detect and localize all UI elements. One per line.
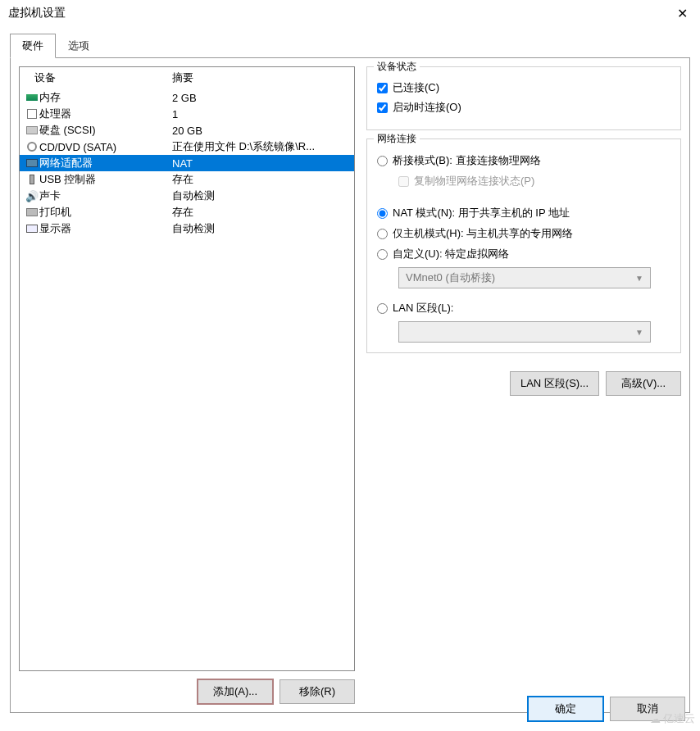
hardware-row[interactable]: CD/DVD (SATA)正在使用文件 D:\系统镜像\R... (20, 138, 354, 155)
add-button[interactable]: 添加(A)... (198, 679, 273, 704)
network-connection-group: 网络连接 桥接模式(B): 直接连接物理网络 复制物理网络连接状态(P) NAT… (366, 138, 681, 353)
device-name: 硬盘 (SCSI) (39, 123, 172, 138)
device-name: 内存 (39, 90, 172, 105)
cd-icon (25, 140, 39, 153)
bridged-radio[interactable]: 桥接模式(B): 直接连接物理网络 (377, 153, 670, 168)
disk-icon (25, 124, 39, 137)
device-name: 声卡 (39, 188, 172, 203)
hardware-row[interactable]: 处理器1 (20, 106, 354, 122)
close-icon[interactable]: ✕ (672, 6, 692, 21)
hardware-row[interactable]: 打印机存在 (20, 204, 354, 220)
hardware-row[interactable]: USB 控制器存在 (20, 171, 354, 188)
custom-radio[interactable]: 自定义(U): 特定虚拟网络 (377, 247, 670, 261)
lan-segment-radio[interactable]: LAN 区段(L): (377, 301, 670, 316)
hardware-row[interactable]: 显示器自动检测 (20, 220, 354, 237)
printer-icon (25, 206, 39, 219)
hardware-row[interactable]: 网络适配器NAT (20, 155, 354, 171)
device-summary: NAT (172, 157, 349, 170)
device-summary: 20 GB (172, 125, 349, 137)
advanced-button[interactable]: 高级(V)... (606, 371, 681, 396)
device-name: 处理器 (39, 107, 172, 121)
connected-checkbox[interactable]: 已连接(C) (377, 80, 670, 95)
device-summary: 存在 (172, 205, 349, 220)
hardware-row[interactable]: 硬盘 (SCSI)20 GB (20, 122, 354, 138)
header-summary: 摘要 (172, 70, 193, 85)
device-summary: 自动检测 (172, 188, 349, 203)
sound-icon: 🔊 (25, 189, 39, 202)
chevron-down-icon: ▼ (635, 274, 643, 283)
network-connection-title: 网络连接 (374, 132, 420, 146)
device-summary: 存在 (172, 172, 349, 187)
device-name: CD/DVD (SATA) (39, 141, 172, 153)
hardware-row[interactable]: 🔊声卡自动检测 (20, 188, 354, 204)
lan-segments-button[interactable]: LAN 区段(S)... (510, 371, 599, 396)
device-summary: 1 (172, 108, 349, 120)
device-summary: 2 GB (172, 92, 349, 104)
custom-network-select: VMnet0 (自动桥接) ▼ (398, 267, 651, 288)
device-summary: 正在使用文件 D:\系统镜像\R... (172, 139, 349, 154)
device-name: 显示器 (39, 221, 172, 236)
memory-icon (25, 91, 39, 104)
device-name: 网络适配器 (39, 156, 172, 170)
cpu-icon (25, 107, 39, 120)
cancel-button[interactable]: 取消 (610, 697, 685, 721)
display-icon (25, 222, 39, 235)
tab-options[interactable]: 选项 (56, 34, 102, 58)
hardware-list: 设备 摘要 内存2 GB处理器1硬盘 (SCSI)20 GBCD/DVD (SA… (19, 66, 355, 671)
device-name: USB 控制器 (39, 172, 172, 187)
device-status-group: 设备状态 已连接(C) 启动时连接(O) (366, 66, 681, 130)
hardware-row[interactable]: 内存2 GB (20, 89, 354, 106)
replicate-checkbox: 复制物理网络连接状态(P) (398, 174, 670, 188)
device-status-title: 设备状态 (374, 60, 420, 74)
tab-hardware[interactable]: 硬件 (10, 34, 56, 58)
nat-radio[interactable]: NAT 模式(N): 用于共享主机的 IP 地址 (377, 206, 670, 220)
connect-at-power-checkbox[interactable]: 启动时连接(O) (377, 100, 670, 115)
device-name: 打印机 (39, 205, 172, 220)
usb-icon (25, 173, 39, 186)
window-title: 虚拟机设置 (8, 6, 672, 20)
ok-button[interactable]: 确定 (528, 697, 603, 721)
device-summary: 自动检测 (172, 221, 349, 236)
remove-button[interactable]: 移除(R) (280, 679, 355, 704)
hostonly-radio[interactable]: 仅主机模式(H): 与主机共享的专用网络 (377, 226, 670, 241)
chevron-down-icon: ▼ (635, 328, 643, 337)
lan-segment-select: ▼ (398, 321, 651, 343)
header-device: 设备 (25, 70, 172, 85)
network-icon (25, 157, 39, 170)
